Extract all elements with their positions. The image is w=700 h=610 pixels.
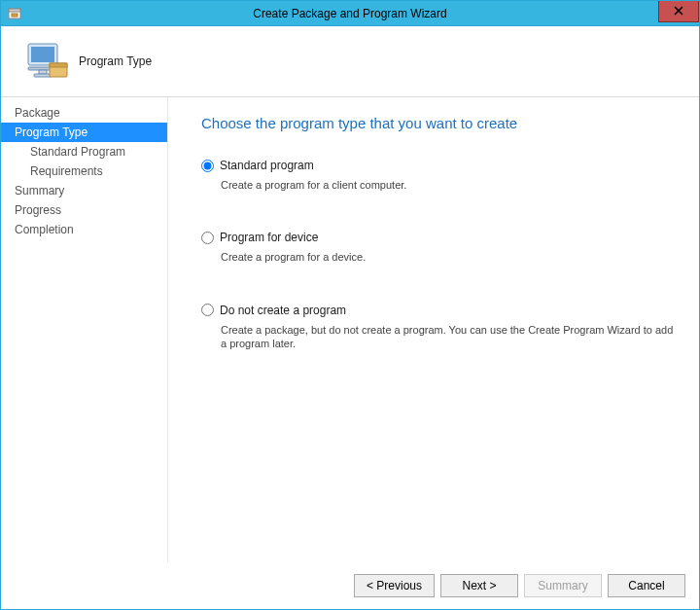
option-do-not-create-label: Do not create a program	[220, 304, 346, 317]
option-do-not-create-desc: Create a package, but do not create a pr…	[221, 323, 678, 351]
previous-button[interactable]: < Previous	[354, 574, 435, 597]
svg-rect-9	[50, 63, 67, 67]
radio-standard-program[interactable]	[201, 160, 214, 172]
close-icon	[674, 4, 683, 18]
page-title: Program Type	[79, 54, 152, 68]
radio-program-for-device[interactable]	[201, 232, 214, 244]
nav-item-completion[interactable]: Completion	[1, 220, 167, 239]
wizard-nav: Package Program Type Standard Program Re…	[1, 97, 168, 562]
wizard-body: Package Program Type Standard Program Re…	[1, 97, 699, 562]
nav-item-summary[interactable]: Summary	[1, 181, 167, 200]
wizard-window: Create Package and Program Wizard Progra…	[0, 0, 700, 610]
option-do-not-create: Do not create a program Create a package…	[201, 304, 678, 351]
svg-rect-2	[12, 14, 18, 17]
svg-rect-1	[9, 9, 20, 12]
nav-item-package[interactable]: Package	[1, 103, 167, 123]
nav-item-standard-program[interactable]: Standard Program	[1, 142, 167, 161]
option-program-for-device-desc: Create a program for a device.	[221, 250, 678, 264]
nav-item-requirements[interactable]: Requirements	[1, 161, 167, 181]
wizard-header: Program Type	[1, 26, 699, 96]
option-standard-program: Standard program Create a program for a …	[201, 159, 678, 192]
wizard-content: Choose the program type that you want to…	[168, 97, 699, 562]
content-heading: Choose the program type that you want to…	[201, 115, 678, 131]
radio-do-not-create[interactable]	[201, 304, 214, 316]
option-standard-program-label: Standard program	[220, 159, 314, 172]
option-standard-program-desc: Create a program for a client computer.	[221, 178, 678, 192]
nav-item-program-type[interactable]: Program Type	[1, 123, 167, 142]
summary-button: Summary	[524, 574, 602, 597]
next-button[interactable]: Next >	[440, 574, 518, 597]
svg-rect-4	[31, 47, 54, 62]
computer-icon	[22, 38, 69, 85]
titlebar: Create Package and Program Wizard	[1, 1, 699, 26]
option-standard-program-row[interactable]: Standard program	[201, 159, 678, 172]
wizard-footer: < Previous Next > Summary Cancel	[1, 562, 699, 609]
svg-rect-7	[34, 74, 52, 77]
window-close-button[interactable]	[658, 1, 699, 22]
option-program-for-device-label: Program for device	[220, 231, 318, 244]
option-do-not-create-row[interactable]: Do not create a program	[201, 304, 678, 317]
svg-rect-6	[39, 70, 47, 74]
option-program-for-device-row[interactable]: Program for device	[201, 231, 678, 244]
cancel-button[interactable]: Cancel	[608, 574, 685, 597]
nav-item-progress[interactable]: Progress	[1, 200, 167, 220]
window-title: Create Package and Program Wizard	[1, 7, 699, 20]
option-program-for-device: Program for device Create a program for …	[201, 231, 678, 264]
window-sys-icon	[7, 6, 22, 21]
